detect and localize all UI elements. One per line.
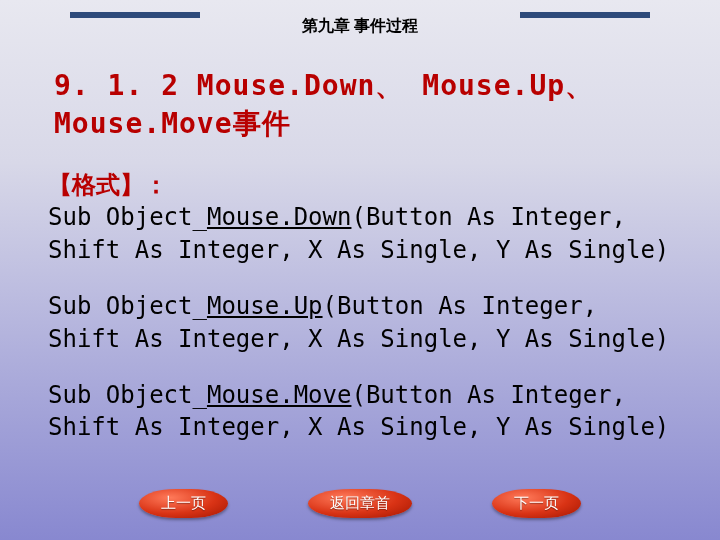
code-prefix: Sub Object_ — [48, 203, 207, 231]
bar-left — [70, 12, 200, 18]
chapter-title: 第九章 事件过程 — [0, 16, 720, 37]
block-code: Sub Object_Mouse.Up(Button As Integer, S… — [48, 290, 672, 355]
content: 【格式】： Sub Object_Mouse.Down(Button As In… — [48, 169, 672, 444]
block-format: 【格式】： Sub Object_Mouse.Down(Button As In… — [48, 169, 672, 266]
section-title: 9. 1. 2 Mouse.Down、 Mouse.Up、 Mouse.Move… — [54, 67, 720, 143]
code-prefix: Sub Object_ — [48, 292, 207, 320]
prev-button[interactable]: 上一页 — [139, 489, 228, 518]
block-code: Sub Object_Mouse.Move(Button As Integer,… — [48, 379, 672, 444]
next-button[interactable]: 下一页 — [492, 489, 581, 518]
home-button[interactable]: 返回章首 — [308, 489, 412, 518]
code-keyword: Mouse.Move — [207, 381, 352, 409]
code-prefix: Sub Object_ — [48, 381, 207, 409]
code-keyword: Mouse.Down — [207, 203, 352, 231]
code-keyword: Mouse.Up — [207, 292, 323, 320]
format-label: 【格式】： — [48, 171, 168, 199]
bar-right — [520, 12, 650, 18]
nav-buttons: 上一页 返回章首 下一页 — [0, 489, 720, 518]
